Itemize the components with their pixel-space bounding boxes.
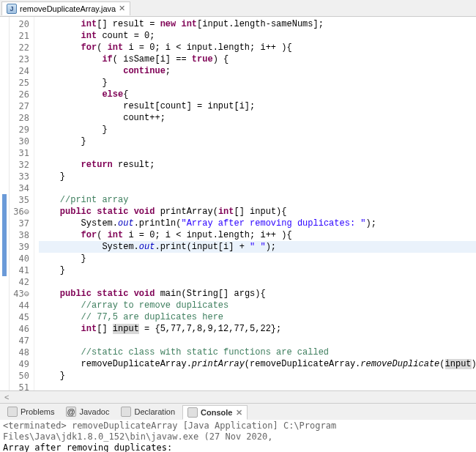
views-tabbar: Problems@JavadocDeclarationConsole ✕ [0, 403, 476, 420]
code-line[interactable]: int count = 0; [39, 30, 476, 42]
console-icon [187, 407, 198, 418]
code-line[interactable] [39, 335, 476, 347]
view-tab-problems[interactable]: Problems [3, 405, 59, 418]
code-line[interactable]: return result; [39, 159, 476, 171]
editor: 20 21 22 23 24 25 26 27 28 29 30 31 32 3… [0, 17, 476, 390]
code-line[interactable]: else{ [39, 89, 476, 100]
view-tab-declaration[interactable]: Declaration [116, 405, 179, 418]
annotation-gutter [0, 17, 10, 390]
console-view[interactable]: <terminated> removeDuplicateArray [Java … [0, 420, 476, 452]
console-output-line: Array after removing duplicates: [3, 442, 473, 452]
code-line[interactable]: System.out.println("Array after removing… [39, 218, 476, 229]
code-line[interactable] [39, 276, 476, 288]
code-line[interactable]: //print array [39, 194, 476, 206]
code-line[interactable]: } [39, 264, 476, 276]
code-line[interactable]: } [39, 171, 476, 182]
code-line[interactable]: for( int i = 0; i < input.length; i++ ){ [39, 42, 476, 53]
scroll-left-icon[interactable]: < [4, 393, 9, 401]
editor-hscroll[interactable]: < [0, 390, 476, 403]
code-line[interactable]: continue; [39, 65, 476, 77]
tab-filename: removeDuplicateArray.java [20, 4, 116, 13]
line-number-gutter: 20 21 22 23 24 25 26 27 28 29 30 31 32 3… [10, 17, 34, 390]
code-line[interactable]: result[count] = input[i]; [39, 100, 476, 112]
code-line[interactable]: removeDuplicateArray.printArray(removeDu… [39, 358, 476, 370]
view-tab-javadoc[interactable]: @Javadoc [62, 405, 114, 418]
code-area[interactable]: int[] result = new int[input.length-same… [34, 17, 476, 390]
view-tab-console[interactable]: Console ✕ [182, 405, 247, 420]
view-tab-label: Console [201, 408, 232, 417]
view-tab-label: Declaration [134, 407, 175, 416]
close-icon[interactable]: ✕ [119, 4, 125, 13]
javadoc-icon: @ [66, 407, 76, 417]
code-line[interactable]: //array to remove duplicates [39, 300, 476, 311]
code-line[interactable] [39, 382, 476, 390]
code-line[interactable]: } [39, 124, 476, 136]
code-line[interactable]: if( isSame[i] == true) { [39, 53, 476, 65]
change-marker [2, 194, 7, 276]
editor-tab[interactable]: J removeDuplicateArray.java ✕ [1, 1, 130, 15]
editor-tabbar: J removeDuplicateArray.java ✕ [0, 0, 476, 17]
code-line[interactable] [39, 182, 476, 194]
code-line[interactable]: public static void printArray(int[] inpu… [39, 206, 476, 218]
code-line[interactable]: } [39, 253, 476, 264]
code-line[interactable]: public static void main(String[] args){ [39, 288, 476, 300]
code-line[interactable]: // 77,5 are duplicates here [39, 311, 476, 323]
code-line[interactable]: System.out.print(input[i] + " "); [39, 241, 476, 253]
code-line[interactable] [39, 147, 476, 159]
code-line[interactable]: } [39, 136, 476, 147]
declaration-icon [121, 407, 131, 417]
code-line[interactable]: for( int i = 0; i < input.length; i++ ){ [39, 229, 476, 241]
code-line[interactable]: } [39, 77, 476, 89]
problems-icon [7, 407, 18, 417]
code-line[interactable]: count++; [39, 112, 476, 124]
console-launch-info: <terminated> removeDuplicateArray [Java … [3, 420, 473, 442]
code-line[interactable]: int[] input = {5,77,7,8,9,12,77,5,22}; [39, 323, 476, 335]
close-icon[interactable]: ✕ [236, 408, 242, 418]
view-tab-label: Problems [21, 407, 54, 416]
code-line[interactable]: //static class with static functions are… [39, 347, 476, 358]
code-line[interactable]: } [39, 370, 476, 382]
java-file-icon: J [7, 4, 17, 14]
code-line[interactable]: int[] result = new int[input.length-same… [39, 18, 476, 30]
view-tab-label: Javadoc [79, 407, 109, 416]
